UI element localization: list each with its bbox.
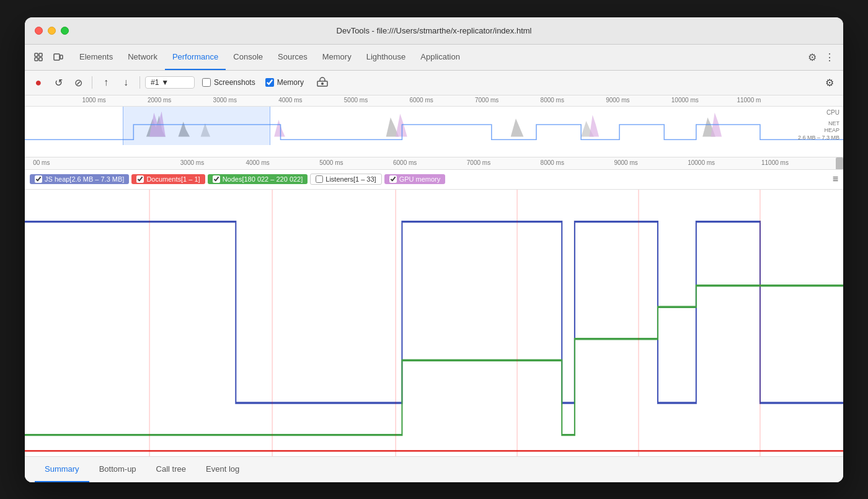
- upload-button[interactable]: ↑: [97, 74, 115, 91]
- capture-settings-button[interactable]: ⚙: [821, 74, 838, 91]
- toolbar-checkboxes: Screenshots Memory: [202, 74, 331, 91]
- separator-2: [140, 76, 140, 89]
- memory-checkbox[interactable]: [265, 78, 274, 87]
- legend-nodes[interactable]: Nodes[180 022 – 220 022]: [208, 174, 308, 184]
- tab-bar: Elements Network Performance Console Sou…: [25, 45, 843, 71]
- separator-1: [92, 76, 92, 89]
- screenshots-checkbox-label[interactable]: Screenshots: [202, 78, 255, 87]
- svg-rect-4: [54, 54, 60, 60]
- tab-memory[interactable]: Memory: [315, 45, 359, 70]
- tab-sources[interactable]: Sources: [270, 45, 315, 70]
- overview-area: 1000 ms 2000 ms 3000 ms 4000 ms 5000 ms …: [25, 95, 843, 157]
- traffic-lights: [35, 27, 69, 35]
- window-title: DevTools - file:///Users/stmarthe/x-repl…: [337, 26, 532, 35]
- cursor-icon-button[interactable]: [30, 48, 47, 66]
- more-options-button[interactable]: ⋮: [821, 48, 838, 66]
- svg-marker-12: [274, 120, 285, 136]
- tab-event-log[interactable]: Event log: [196, 457, 249, 482]
- devtools-window: DevTools - file:///Users/stmarthe/x-repl…: [25, 17, 843, 482]
- flame-tick-7000: 7000 ms: [467, 159, 490, 166]
- tab-bar-icons: [30, 45, 67, 70]
- svg-rect-1: [39, 53, 42, 56]
- svg-rect-3: [39, 58, 42, 61]
- tab-application[interactable]: Application: [413, 45, 467, 70]
- reload-record-button[interactable]: ↺: [50, 74, 67, 91]
- settings-icon-button[interactable]: ⚙: [804, 48, 821, 66]
- cpu-label: CPU: [826, 109, 839, 116]
- legend-nodes-checkbox[interactable]: [213, 175, 220, 183]
- svg-marker-15: [511, 118, 524, 136]
- ruler-tick-8000: 8000 ms: [541, 97, 564, 104]
- flame-ruler: 00 ms 3000 ms 4000 ms 5000 ms 6000 ms 70…: [25, 157, 843, 170]
- performance-toolbar: ● ↺ ⊘ ↑ ↓ #1 ▼ Screenshots Memory: [25, 71, 843, 95]
- svg-rect-0: [35, 53, 38, 56]
- minimize-button[interactable]: [48, 27, 56, 35]
- tab-bar-right: ⚙ ⋮: [804, 45, 838, 70]
- flame-tick-11000: 11000 ms: [761, 159, 789, 166]
- maximize-button[interactable]: [61, 27, 69, 35]
- ruler-tick-10000: 10000 ms: [671, 97, 699, 104]
- tab-network[interactable]: Network: [120, 45, 165, 70]
- screenshots-checkbox[interactable]: [202, 78, 211, 87]
- legend-gpu-checkbox[interactable]: [389, 175, 397, 183]
- legend-gpu-memory[interactable]: GPU memory: [384, 174, 446, 184]
- ruler-tick-2000: 2000 ms: [148, 97, 171, 104]
- flame-tick-3000: 3000 ms: [180, 159, 204, 166]
- svg-marker-14: [396, 113, 407, 136]
- tab-performance[interactable]: Performance: [165, 45, 226, 70]
- ruler-tick-6000: 6000 ms: [409, 97, 433, 104]
- legend-listeners-label: Listeners[1 – 33]: [326, 175, 376, 183]
- network-throttle-button[interactable]: [314, 74, 331, 91]
- flame-tick-6000: 6000 ms: [393, 159, 417, 166]
- svg-rect-2: [35, 58, 38, 61]
- memory-chart-svg: [25, 190, 843, 456]
- profile-selector[interactable]: #1 ▼: [145, 76, 195, 89]
- flame-tick-5000: 5000 ms: [319, 159, 343, 166]
- legend-listeners-checkbox[interactable]: [316, 175, 323, 183]
- tab-call-tree[interactable]: Call tree: [146, 457, 196, 482]
- device-toggle-button[interactable]: [50, 48, 67, 66]
- tab-console[interactable]: Console: [226, 45, 270, 70]
- tab-summary[interactable]: Summary: [35, 457, 89, 482]
- close-button[interactable]: [35, 27, 43, 35]
- legend-docs-label: Documents[1 – 1]: [146, 175, 200, 183]
- clear-button[interactable]: ⊘: [69, 74, 87, 91]
- legend-listeners[interactable]: Listeners[1 – 33]: [310, 174, 381, 185]
- legend-documents[interactable]: Documents[1 – 1]: [131, 174, 205, 184]
- memory-checkbox-label[interactable]: Memory: [265, 78, 304, 87]
- legend-nodes-label: Nodes[180 022 – 220 022]: [223, 175, 303, 183]
- memory-legend: JS heap[2.6 MB – 7.3 MB] Documents[1 – 1…: [25, 170, 843, 190]
- selection-overlay[interactable]: [123, 107, 270, 145]
- ruler-tick-4000: 4000 ms: [278, 97, 302, 104]
- flame-tick-8000: 8000 ms: [541, 159, 564, 166]
- tab-elements[interactable]: Elements: [72, 45, 120, 70]
- svg-marker-17: [590, 115, 599, 136]
- bottom-tab-bar: Summary Bottom-up Call tree Event log: [25, 456, 843, 482]
- legend-js-label: JS heap[2.6 MB – 7.3 MB]: [45, 175, 124, 183]
- ruler-tick-3000: 3000 ms: [213, 97, 237, 104]
- tab-bottom-up[interactable]: Bottom-up: [89, 457, 146, 482]
- ruler-tick-9000: 9000 ms: [606, 97, 629, 104]
- flame-area: 00 ms 3000 ms 4000 ms 5000 ms 6000 ms 70…: [25, 157, 843, 482]
- legend-js-checkbox[interactable]: [35, 175, 42, 183]
- memory-chart[interactable]: [25, 190, 843, 456]
- svg-point-7: [321, 82, 324, 85]
- flame-tick-00: 00 ms: [33, 159, 50, 166]
- flame-tick-9000: 9000 ms: [614, 159, 637, 166]
- ruler-scrollbar[interactable]: [836, 157, 843, 170]
- legend-menu-button[interactable]: ≡: [833, 174, 838, 185]
- legend-docs-checkbox[interactable]: [136, 175, 144, 183]
- tab-lighthouse[interactable]: Lighthouse: [359, 45, 414, 70]
- svg-rect-5: [60, 55, 63, 59]
- record-button[interactable]: ●: [30, 74, 47, 91]
- legend-js-heap[interactable]: JS heap[2.6 MB – 7.3 MB]: [30, 174, 129, 184]
- ruler-tick-11000: 11000 m: [737, 97, 761, 104]
- legend-gpu-label: GPU memory: [399, 175, 441, 183]
- download-button[interactable]: ↓: [117, 74, 135, 91]
- toolbar-right: ⚙: [821, 74, 838, 91]
- title-bar: DevTools - file:///Users/stmarthe/x-repl…: [25, 17, 843, 45]
- overview-canvas[interactable]: CPU NETHEAP2.6 MB – 7.3 MB: [25, 107, 843, 145]
- net-heap-label: NETHEAP2.6 MB – 7.3 MB: [798, 120, 839, 142]
- ruler-tick-5000: 5000 ms: [344, 97, 368, 104]
- overview-ruler: 1000 ms 2000 ms 3000 ms 4000 ms 5000 ms …: [25, 95, 843, 107]
